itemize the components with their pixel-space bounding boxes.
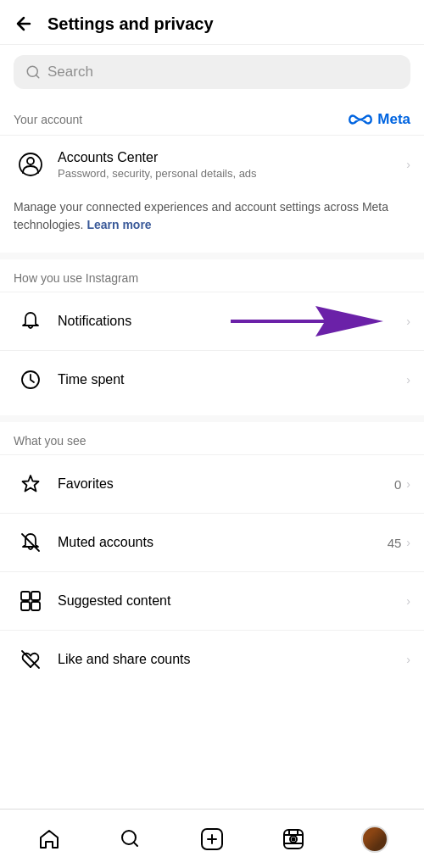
search-placeholder: Search xyxy=(47,64,93,81)
notifications-item[interactable]: Notifications › xyxy=(0,292,424,350)
home-icon xyxy=(37,827,61,851)
suggested-content-icon xyxy=(14,584,47,618)
chevron-icon: › xyxy=(406,477,410,491)
meta-label: Meta xyxy=(377,111,410,128)
search-icon xyxy=(25,64,41,80)
svg-marker-5 xyxy=(23,476,39,492)
divider-1 xyxy=(0,253,424,259)
nav-add[interactable] xyxy=(191,818,233,860)
nav-home[interactable] xyxy=(28,818,70,860)
bell-slash-icon xyxy=(14,526,47,559)
like-share-counts-item[interactable]: Like and share counts › xyxy=(0,630,424,688)
search-container: Search xyxy=(0,45,424,99)
chevron-icon: › xyxy=(406,158,410,171)
divider-2 xyxy=(0,415,424,422)
like-share-counts-title: Like and share counts xyxy=(58,652,406,667)
favorites-badge: 0 xyxy=(394,477,401,492)
nav-reels[interactable] xyxy=(272,818,315,860)
chevron-icon: › xyxy=(406,314,410,328)
svg-line-6 xyxy=(22,534,39,551)
time-spent-content: Time spent xyxy=(58,372,406,387)
svg-rect-7 xyxy=(21,592,30,600)
nav-profile[interactable] xyxy=(354,818,396,860)
profile-avatar xyxy=(361,826,388,853)
like-share-counts-content: Like and share counts xyxy=(58,652,406,667)
heart-slash-icon xyxy=(14,643,47,676)
your-account-header: Your account Meta xyxy=(0,99,424,135)
muted-accounts-content: Muted accounts xyxy=(58,535,388,550)
favorites-content: Favorites xyxy=(58,476,394,492)
how-you-use-section: How you use Instagram Notifications › xyxy=(0,259,424,409)
muted-accounts-title: Muted accounts xyxy=(58,535,388,550)
chevron-icon: › xyxy=(406,653,410,666)
notifications-title: Notifications xyxy=(58,314,406,329)
muted-accounts-right: 45 › xyxy=(388,536,410,550)
manage-text: Manage your connected experiences and ac… xyxy=(0,193,424,246)
svg-rect-9 xyxy=(21,602,30,610)
favorites-item[interactable]: Favorites 0 › xyxy=(0,454,424,513)
meta-logo: Meta xyxy=(347,111,410,128)
person-circle-icon xyxy=(14,147,47,181)
chevron-icon: › xyxy=(406,536,410,549)
meta-infinity-icon xyxy=(347,111,374,128)
favorites-title: Favorites xyxy=(58,476,394,492)
nav-search[interactable] xyxy=(109,818,152,860)
header: Settings and privacy xyxy=(0,0,424,45)
suggested-content-title: Suggested content xyxy=(58,593,406,609)
reels-icon xyxy=(282,827,305,851)
clock-icon xyxy=(14,363,47,397)
search-bar[interactable]: Search xyxy=(14,55,410,89)
notifications-content: Notifications xyxy=(58,314,406,329)
what-you-see-label: What you see xyxy=(14,434,86,448)
accounts-center-content: Accounts Center Password, security, pers… xyxy=(58,150,406,180)
your-account-label: Your account xyxy=(14,113,82,126)
add-icon xyxy=(199,826,225,852)
learn-more-link[interactable]: Learn more xyxy=(86,218,151,231)
star-icon xyxy=(14,467,47,501)
svg-point-2 xyxy=(27,158,34,164)
time-spent-chevron-container: › xyxy=(406,373,410,387)
how-you-use-header: How you use Instagram xyxy=(0,259,424,292)
svg-point-16 xyxy=(293,837,295,840)
chevron-icon: › xyxy=(406,594,410,608)
accounts-center-title: Accounts Center xyxy=(58,150,406,165)
how-you-use-label: How you use Instagram xyxy=(14,271,138,285)
accounts-center-chevron-container: › xyxy=(406,158,410,171)
like-share-counts-right: › xyxy=(406,653,410,666)
what-you-see-section: What you see Favorites 0 › xyxy=(0,422,424,688)
favorites-right: 0 › xyxy=(394,477,410,492)
suggested-content-content: Suggested content xyxy=(58,593,406,609)
accounts-center-item[interactable]: Accounts Center Password, security, pers… xyxy=(0,135,424,193)
suggested-content-right: › xyxy=(406,594,410,608)
back-button[interactable] xyxy=(14,14,34,34)
chevron-icon: › xyxy=(406,373,410,387)
suggested-content-item[interactable]: Suggested content › xyxy=(0,571,424,630)
your-account-section: Your account Meta Accounts Center Passwo… xyxy=(0,99,424,246)
svg-rect-8 xyxy=(31,592,40,600)
search-nav-icon xyxy=(119,827,142,851)
muted-accounts-badge: 45 xyxy=(388,536,402,550)
bell-icon xyxy=(14,304,47,338)
notifications-chevron-container: › xyxy=(406,314,410,328)
muted-accounts-item[interactable]: Muted accounts 45 › xyxy=(0,513,424,571)
what-you-see-header: What you see xyxy=(0,422,424,454)
page-title: Settings and privacy xyxy=(47,14,214,34)
svg-rect-10 xyxy=(31,602,40,610)
time-spent-item[interactable]: Time spent › xyxy=(0,350,424,409)
bottom-nav xyxy=(0,809,424,868)
time-spent-title: Time spent xyxy=(58,372,406,387)
accounts-center-subtitle: Password, security, personal details, ad… xyxy=(58,167,406,180)
